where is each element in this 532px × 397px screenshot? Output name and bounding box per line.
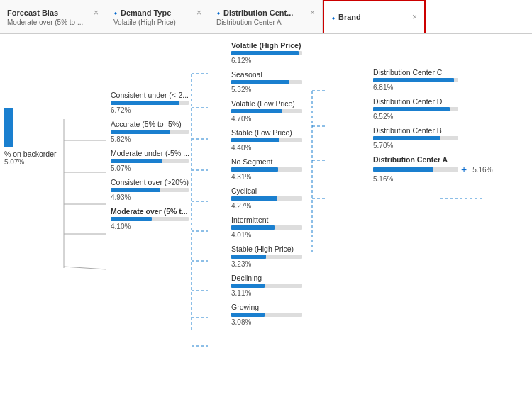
- tab-brand[interactable]: ⬥ Brand ×: [323, 0, 426, 33]
- item-value: 4.01%: [231, 231, 365, 239]
- bar-track: [111, 159, 189, 163]
- demand-tab-close[interactable]: ×: [196, 8, 201, 18]
- bar-fill: [373, 167, 433, 172]
- item-label: Consistent over (>20%): [111, 178, 223, 186]
- item-label: Seasonal: [231, 70, 345, 79]
- bar-fill: [111, 101, 179, 105]
- list-item[interactable]: Stable (Low Price)4.40%: [231, 128, 365, 152]
- list-item[interactable]: Moderate under (-5% ...5.07%: [111, 149, 223, 172]
- item-label: Stable (High Price): [231, 245, 345, 253]
- bar-fill: [231, 196, 277, 201]
- bar-track: [373, 136, 458, 140]
- forecast-column: Consistent under (<-2...6.72%Accurate (5…: [106, 34, 227, 397]
- list-item[interactable]: Moderate over (5% t...4.10%: [111, 207, 223, 230]
- list-item[interactable]: Distribution Center B5.70%: [373, 126, 528, 150]
- list-item[interactable]: Declining3.11%: [231, 274, 365, 297]
- demand-list: Volatile (High Price)6.12%Seasonal5.32%V…: [231, 41, 365, 332]
- item-label: Distribution Center A: [373, 155, 487, 164]
- root-value: 5.07%: [4, 158, 24, 166]
- item-value: 4.40%: [231, 144, 365, 152]
- list-item[interactable]: Consistent over (>20%)4.93%: [111, 178, 223, 201]
- list-item[interactable]: Cyclical4.27%: [231, 186, 365, 210]
- distribution-list: Distribution Center C6.81%Distribution C…: [373, 68, 528, 189]
- item-label: Growing: [231, 303, 345, 311]
- main-content-area: % on backorder 5.07% Consistent under (<…: [0, 34, 532, 397]
- item-value: 3.08%: [231, 318, 365, 326]
- item-label: Consistent under (<-2...: [111, 91, 223, 99]
- brand-tab-title: Brand: [338, 13, 409, 21]
- item-value: 4.93%: [111, 194, 223, 201]
- root-bar-item[interactable]: % on backorder 5.07%: [4, 105, 102, 166]
- item-label: Volatile (High Price): [231, 41, 345, 50]
- bar-fill: [231, 109, 282, 113]
- list-item[interactable]: Seasonal5.32%: [231, 70, 365, 94]
- forecast-tab-subtitle: Moderate over (5% to ...: [7, 18, 99, 26]
- list-item[interactable]: Volatile (Low Price)4.70%: [231, 99, 365, 123]
- tab-distribution-center[interactable]: ⬥ Distribution Cent... × Distribution Ce…: [209, 0, 323, 33]
- bar-fill: [231, 225, 275, 230]
- bar-fill: [111, 188, 160, 192]
- bar-track: [231, 80, 302, 84]
- inline-value: 5.16%: [472, 166, 492, 174]
- item-label: Cyclical: [231, 186, 345, 195]
- item-value: 6.12%: [231, 57, 365, 65]
- bar-fill: [231, 284, 265, 288]
- item-label: Declining: [231, 274, 345, 282]
- bar-fill: [373, 78, 454, 82]
- list-item[interactable]: Growing3.08%: [231, 303, 365, 326]
- item-label: Accurate (5% to -5%): [111, 120, 223, 128]
- demand-filter-icon: ⬥: [113, 9, 118, 16]
- bar-fill: [231, 255, 266, 259]
- bar-fill: [373, 107, 450, 111]
- list-item[interactable]: Distribution Center A+5.16%5.16%: [373, 155, 528, 183]
- brand-tab-close[interactable]: ×: [412, 12, 417, 22]
- bar-fill: [231, 138, 279, 142]
- root-bar: [4, 108, 13, 147]
- bar-fill: [231, 80, 289, 84]
- item-label: Distribution Center B: [373, 126, 487, 135]
- root-label: % on backorder: [4, 150, 57, 158]
- bar-track: [111, 130, 189, 134]
- item-value: 4.31%: [231, 173, 365, 181]
- list-item[interactable]: Consistent under (<-2...6.72%: [111, 91, 223, 114]
- item-value: 4.10%: [111, 223, 223, 230]
- item-label: Intermittent: [231, 216, 345, 224]
- bar-track: [231, 196, 302, 201]
- item-label: Distribution Center C: [373, 68, 487, 77]
- bar-track: [373, 167, 458, 172]
- list-item[interactable]: No Segment4.31%: [231, 157, 365, 181]
- item-value: 5.07%: [111, 164, 223, 172]
- bar-fill: [373, 136, 440, 140]
- bar-fill: [111, 130, 170, 134]
- list-item[interactable]: Distribution Center C6.81%: [373, 68, 528, 91]
- list-item[interactable]: Volatile (High Price)6.12%: [231, 41, 365, 65]
- item-value: 6.52%: [373, 113, 528, 121]
- item-value: 5.82%: [111, 135, 223, 143]
- item-value: 5.70%: [373, 142, 528, 150]
- list-item[interactable]: Distribution Center D6.52%: [373, 97, 528, 121]
- forecast-tab-close[interactable]: ×: [94, 8, 99, 18]
- demand-tab-title: Demand Type: [121, 9, 194, 17]
- main-container: Forecast Bias × Moderate over (5% to ...…: [0, 0, 532, 397]
- item-value: 6.81%: [373, 84, 528, 91]
- list-item[interactable]: Accurate (5% to -5%)5.82%: [111, 120, 223, 143]
- expand-icon[interactable]: +: [461, 164, 467, 175]
- forecast-tab-title: Forecast Bias: [7, 9, 91, 17]
- list-item[interactable]: Intermittent4.01%: [231, 216, 365, 239]
- tab-demand-type[interactable]: ⬥ Demand Type × Volatile (High Price): [106, 0, 209, 33]
- tab-forecast-bias[interactable]: Forecast Bias × Moderate over (5% to ...: [0, 0, 106, 33]
- bar-track: [231, 109, 302, 113]
- bar-track: [231, 167, 302, 172]
- dist-a-row: +5.16%: [373, 164, 528, 175]
- bar-track: [111, 217, 189, 221]
- item-value: 3.23%: [231, 260, 365, 268]
- forecast-list: Consistent under (<-2...6.72%Accurate (5…: [111, 91, 223, 236]
- distribution-tab-title: Distribution Cent...: [223, 9, 307, 17]
- bar-track: [231, 313, 302, 317]
- demand-column: Volatile (High Price)6.12%Seasonal5.32%V…: [227, 34, 369, 397]
- root-column: % on backorder 5.07%: [0, 34, 106, 397]
- distribution-tab-close[interactable]: ×: [310, 8, 315, 18]
- item-value: 5.32%: [231, 86, 365, 94]
- bar-fill: [231, 51, 299, 55]
- list-item[interactable]: Stable (High Price)3.23%: [231, 245, 365, 268]
